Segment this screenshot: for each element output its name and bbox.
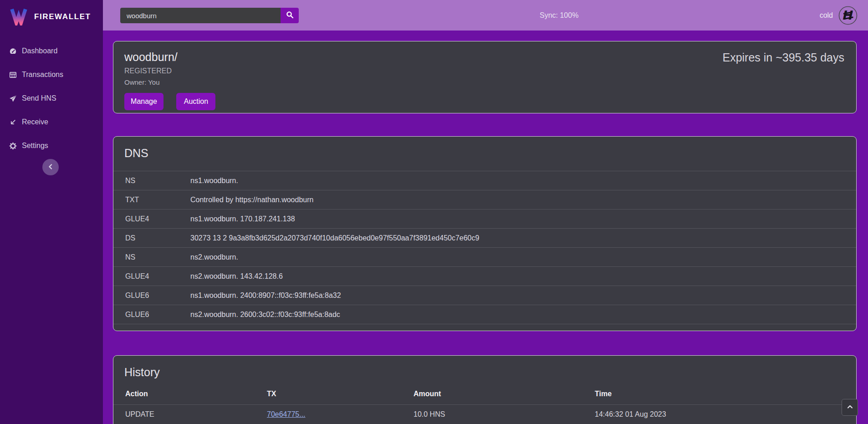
sidebar-collapse-button[interactable] — [42, 159, 59, 175]
history-amount: 10.0 HNS — [414, 410, 595, 419]
history-col-tx: TX — [267, 390, 414, 398]
dns-record-type: GLUE6 — [113, 311, 190, 319]
search-input[interactable] — [120, 8, 281, 23]
sidebar-item-send-hns[interactable]: Send HNS — [0, 87, 103, 110]
sidebar-item-receive[interactable]: Receive — [0, 110, 103, 134]
sidebar-item-dashboard[interactable]: Dashboard — [0, 39, 103, 63]
dns-record-value: ns2.woodburn. 143.42.128.6 — [190, 272, 283, 281]
scroll-to-top-button[interactable] — [842, 399, 858, 416]
sidebar: FIREWALLET Dashboard Transactions Send H… — [0, 0, 103, 424]
dns-record-row: GLUE6 ns1.woodburn. 2400:8907::f03c:93ff… — [113, 286, 856, 305]
history-card: History Action TX Amount Time UPDATE 70e… — [113, 355, 857, 424]
dns-record-row: TXT Controlled by https://nathan.woodbur… — [113, 190, 856, 209]
firewallet-logo-icon — [9, 6, 28, 27]
dns-card-title: DNS — [113, 145, 856, 160]
history-action: UPDATE — [113, 410, 267, 419]
dns-record-value: 30273 13 2 9a3a8fb3d625d2a2073d740f10da6… — [190, 234, 479, 242]
expiry-label: Expires in ~395.35 days — [722, 51, 844, 64]
search-button[interactable] — [281, 8, 299, 23]
history-card-title: History — [113, 364, 856, 379]
history-col-amount: Amount — [414, 390, 595, 398]
dns-record-row: DS 30273 13 2 9a3a8fb3d625d2a2073d740f10… — [113, 229, 856, 248]
sync-status: Sync: 100% — [540, 0, 578, 31]
dns-record-row: NS ns1.woodburn. — [113, 171, 856, 190]
domain-owner: Owner: You — [124, 78, 845, 86]
domain-summary-card: woodburn/ REGISTERED Owner: You Manage A… — [113, 41, 857, 113]
chevron-left-icon — [48, 164, 53, 171]
dns-record-row: GLUE4 ns2.woodburn. 143.42.128.6 — [113, 267, 856, 286]
sidebar-item-label: Receive — [22, 118, 48, 126]
dns-card: DNS NS ns1.woodburn. TXT Controlled by h… — [113, 136, 857, 331]
sidebar-item-label: Transactions — [22, 71, 63, 79]
dns-record-type: GLUE4 — [113, 272, 190, 281]
history-header-row: Action TX Amount Time — [113, 383, 856, 405]
wallet-switcher: cold H — [820, 0, 858, 31]
table-icon — [9, 71, 17, 79]
history-col-time: Time — [595, 390, 856, 398]
dns-record-row: NS ns2.woodburn. — [113, 248, 856, 267]
handshake-logo-icon[interactable]: H — [838, 5, 858, 26]
dns-record-value: ns1.woodburn. 170.187.241.138 — [190, 215, 295, 223]
top-header: Sync: 100% cold H — [103, 0, 868, 31]
tx-link[interactable]: 70e64775... — [267, 410, 306, 418]
dns-record-value: ns1.woodburn. 2400:8907::f03c:93ff:fe5a:… — [190, 291, 341, 300]
search-bar — [120, 8, 299, 23]
search-icon — [286, 11, 294, 20]
brand-name: FIREWALLET — [34, 12, 91, 21]
dns-record-row: GLUE4 ns1.woodburn. 170.187.241.138 — [113, 209, 856, 229]
dns-record-value: ns1.woodburn. — [190, 177, 238, 185]
dns-record-type: TXT — [113, 196, 190, 204]
sidebar-item-label: Settings — [22, 142, 48, 150]
svg-text:H: H — [841, 8, 854, 22]
auction-button[interactable]: Auction — [176, 93, 215, 110]
sidebar-item-label: Dashboard — [22, 47, 57, 55]
dns-record-type: GLUE6 — [113, 291, 190, 300]
dns-records-table: NS ns1.woodburn. TXT Controlled by https… — [113, 171, 856, 324]
sidebar-item-label: Send HNS — [22, 94, 56, 102]
history-col-action: Action — [113, 390, 267, 398]
manage-button[interactable]: Manage — [124, 93, 163, 110]
chevron-up-icon — [847, 404, 853, 411]
dns-record-type: DS — [113, 234, 190, 242]
dns-record-value: Controlled by https://nathan.woodburn — [190, 196, 313, 204]
dns-record-row: GLUE6 ns2.woodburn. 2600:3c02::f03c:93ff… — [113, 305, 856, 324]
dns-record-type: NS — [113, 253, 190, 261]
dns-record-type: GLUE4 — [113, 215, 190, 223]
domain-status: REGISTERED — [124, 67, 845, 75]
dns-record-value: ns2.woodburn. — [190, 253, 238, 261]
paper-plane-icon — [9, 95, 17, 102]
wallet-name: cold — [820, 11, 833, 20]
history-time: 14:46:32 01 Aug 2023 — [595, 410, 856, 419]
dns-record-value: ns2.woodburn. 2600:3c02::f03c:93ff:fe5a:… — [190, 311, 340, 319]
arrow-down-left-icon — [9, 118, 17, 126]
history-row: UPDATE 70e64775... 10.0 HNS 14:46:32 01 … — [113, 405, 856, 424]
sidebar-nav: Dashboard Transactions Send HNS Receive — [0, 27, 103, 158]
dns-record-type: NS — [113, 177, 190, 185]
sidebar-item-transactions[interactable]: Transactions — [0, 63, 103, 87]
app-window: FIREWALLET Dashboard Transactions Send H… — [0, 0, 868, 424]
gear-icon — [9, 142, 17, 150]
dashboard-icon — [9, 47, 17, 55]
brand-logo-row[interactable]: FIREWALLET — [0, 0, 103, 27]
sidebar-item-settings[interactable]: Settings — [0, 134, 103, 158]
